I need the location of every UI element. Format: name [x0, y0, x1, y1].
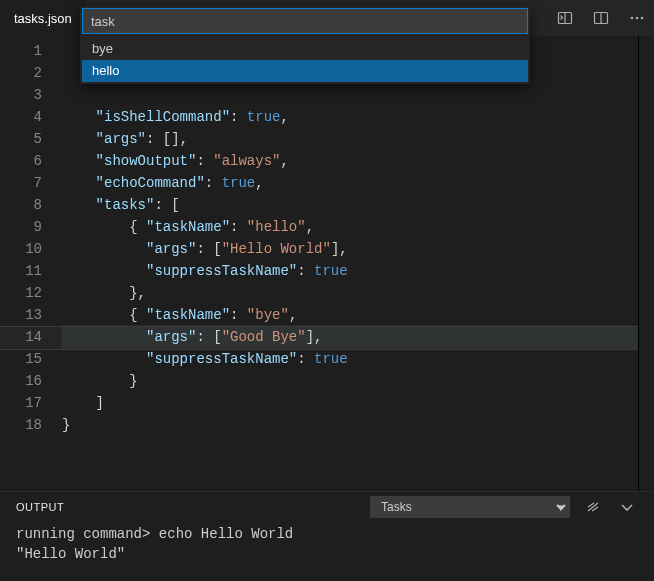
line-number: 18 [0, 414, 62, 436]
more-actions-icon[interactable] [626, 7, 648, 29]
code-line[interactable]: "args": ["Hello World"], [62, 238, 654, 260]
code-line[interactable]: "args": [], [62, 128, 654, 150]
line-number: 9 [0, 216, 62, 238]
code-line[interactable]: ] [62, 392, 654, 414]
code-line[interactable]: "suppressTaskName": true [62, 348, 654, 370]
tab-label: tasks.json [14, 11, 72, 26]
line-number: 1 [0, 40, 62, 62]
quick-pick-input[interactable] [82, 8, 528, 34]
svg-point-4 [641, 17, 644, 20]
line-number: 2 [0, 62, 62, 84]
quick-pick-list: byehello [82, 34, 528, 82]
line-number: 8 [0, 194, 62, 216]
code-line[interactable]: { "taskName": "bye", [62, 304, 654, 326]
code-line[interactable]: } [62, 370, 654, 392]
line-number: 14 [0, 326, 62, 348]
output-body[interactable]: running command> echo Hello World"Hello … [0, 522, 654, 566]
output-channel-select-wrap: Tasks [370, 496, 570, 518]
line-number: 12 [0, 282, 62, 304]
code-line[interactable]: }, [62, 282, 654, 304]
quick-pick: byehello [80, 6, 530, 84]
line-number: 7 [0, 172, 62, 194]
output-channel-select[interactable]: Tasks [370, 496, 570, 518]
line-number: 3 [0, 84, 62, 106]
line-number: 6 [0, 150, 62, 172]
line-gutter: 123456789101112131415161718 [0, 36, 62, 491]
line-number: 11 [0, 260, 62, 282]
code-line[interactable]: "echoCommand": true, [62, 172, 654, 194]
code-line[interactable]: "showOutput": "always", [62, 150, 654, 172]
line-number: 10 [0, 238, 62, 260]
quick-pick-item[interactable]: hello [82, 60, 528, 82]
code-line[interactable] [62, 84, 654, 106]
panel-header: OUTPUT Tasks [0, 492, 654, 522]
code-line[interactable]: { "taskName": "hello", [62, 216, 654, 238]
line-number: 5 [0, 128, 62, 150]
output-line: "Hello World" [16, 544, 638, 564]
editor-actions [554, 0, 648, 36]
split-preview-icon[interactable] [554, 7, 576, 29]
code-line[interactable]: } [62, 414, 654, 436]
line-number: 13 [0, 304, 62, 326]
code-area[interactable]: "isShellCommand": true, "args": [], "sho… [62, 36, 654, 491]
quick-pick-item[interactable]: bye [82, 38, 528, 60]
code-line[interactable]: "suppressTaskName": true [62, 260, 654, 282]
panel-title: OUTPUT [16, 501, 64, 513]
svg-point-3 [636, 17, 639, 20]
svg-point-2 [631, 17, 634, 20]
code-line[interactable]: "isShellCommand": true, [62, 106, 654, 128]
line-number: 15 [0, 348, 62, 370]
output-panel: OUTPUT Tasks running command> echo Hello… [0, 491, 654, 581]
clear-output-icon[interactable] [582, 496, 604, 518]
split-editor-icon[interactable] [590, 7, 612, 29]
line-number: 4 [0, 106, 62, 128]
code-line[interactable]: "tasks": [ [62, 194, 654, 216]
line-number: 17 [0, 392, 62, 414]
output-line: running command> echo Hello World [16, 524, 638, 544]
line-number: 16 [0, 370, 62, 392]
minimap[interactable] [638, 36, 654, 491]
editor[interactable]: 123456789101112131415161718 "isShellComm… [0, 36, 654, 491]
code-line[interactable]: "args": ["Good Bye"], [62, 326, 654, 348]
toggle-panel-icon[interactable] [616, 496, 638, 518]
tab-tasks-json[interactable]: tasks.json [0, 0, 86, 36]
